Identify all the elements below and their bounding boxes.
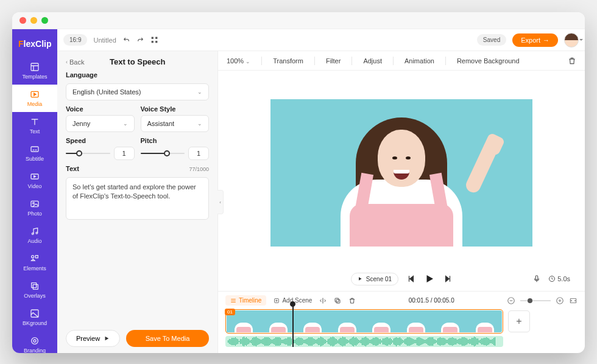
clip-thumb[interactable] [364, 310, 399, 332]
svg-point-7 [36, 232, 38, 234]
video-track[interactable]: 01 [225, 309, 503, 334]
sidebar-item-background[interactable]: BKground [12, 304, 57, 331]
close-window-button[interactable] [19, 17, 26, 24]
sidebar-item-audio[interactable]: Audio [12, 222, 57, 249]
chevron-down-icon: ⌄ [123, 121, 128, 127]
voice-style-select[interactable]: Assistant ⌄ [141, 115, 210, 132]
sidebar-item-video[interactable]: Video [12, 167, 57, 194]
voice-select[interactable]: Jenny ⌄ [66, 115, 135, 132]
next-icon[interactable] [443, 275, 452, 283]
sidebar-item-subtitle[interactable]: Subtitle [12, 139, 57, 167]
language-select[interactable]: English (United States) ⌄ [66, 83, 209, 100]
voice-style-label: Voice Style [141, 105, 210, 113]
scene-label: Scene 01 [366, 276, 392, 282]
delete-icon[interactable] [568, 57, 576, 65]
add-scene-label: Add Scene [282, 297, 312, 304]
speed-slider[interactable] [66, 153, 110, 154]
play-button-icon[interactable] [424, 273, 435, 284]
adjust-button[interactable]: Adjust [363, 57, 382, 65]
clip-thumb[interactable] [468, 310, 503, 332]
project-title[interactable]: Untitled [93, 37, 116, 44]
aspect-ratio-selector[interactable]: 16:9 [63, 34, 87, 46]
chevron-down-icon: ⌄ [246, 58, 250, 65]
voice-value: Jenny [72, 120, 90, 127]
sidebar-item-label: Templates [22, 74, 47, 80]
sidebar-item-overlays[interactable]: Overlays [12, 276, 57, 304]
timeline-tab[interactable]: Timeline [225, 295, 266, 306]
svg-point-6 [32, 233, 34, 235]
svg-rect-2 [31, 147, 38, 152]
scene-selector[interactable]: Scene 01 [351, 273, 398, 285]
branding-icon [30, 336, 40, 346]
sidebar: FlexClip Templates Media Text Subtitle V… [12, 29, 57, 353]
fit-icon[interactable] [569, 296, 578, 305]
zoom-dropdown[interactable]: 100% ⌄ [227, 57, 250, 65]
sidebar-item-label: Subtitle [26, 156, 44, 162]
collapse-panel-button[interactable]: ‹ [217, 190, 224, 214]
sidebar-item-label: Elements [23, 265, 46, 271]
animation-button[interactable]: Animation [404, 57, 434, 65]
sidebar-item-label: BKground [23, 320, 47, 326]
export-button[interactable]: Export→ [512, 33, 558, 47]
playhead[interactable] [292, 304, 294, 347]
maximize-window-button[interactable] [41, 17, 48, 24]
add-clip-button[interactable]: + [508, 310, 530, 332]
sidebar-item-label: Video [28, 183, 42, 189]
voiceover-icon[interactable] [532, 275, 541, 283]
sidebar-item-photo[interactable]: Photo [12, 194, 57, 222]
filter-button[interactable]: Filter [326, 57, 341, 65]
pitch-value[interactable]: 1 [188, 147, 209, 160]
remove-background-button[interactable]: Remove Background [457, 57, 520, 65]
sidebar-item-text[interactable]: Text [12, 112, 57, 139]
plus-icon [274, 298, 280, 304]
svg-point-8 [32, 256, 34, 258]
export-label: Export [521, 37, 540, 44]
sidebar-item-label: Overlays [24, 293, 46, 299]
media-icon [30, 89, 40, 99]
svg-point-5 [33, 202, 35, 204]
playback-controls: Scene 01 5.0s [218, 269, 585, 291]
clip-thumb[interactable] [433, 310, 468, 332]
delete-clip-icon[interactable] [348, 297, 356, 304]
panel-title: Text to Speech [84, 57, 191, 66]
clip-thumb[interactable] [399, 310, 434, 332]
clip-thumb[interactable] [295, 310, 330, 332]
canvas-toolbar: 100% ⌄ Transform Filter Adjust Animation… [218, 51, 585, 71]
pitch-slider[interactable] [141, 153, 185, 154]
minimize-window-button[interactable] [30, 17, 37, 24]
zoom-out-icon[interactable] [507, 296, 515, 305]
prev-icon[interactable] [407, 275, 415, 283]
svg-rect-16 [155, 37, 157, 39]
audio-track[interactable] [225, 336, 503, 347]
preview-button[interactable]: Preview [66, 330, 120, 347]
zoom-in-icon[interactable] [556, 296, 564, 305]
canvas-viewport[interactable] [218, 71, 585, 269]
text-label: Text [66, 165, 79, 172]
undo-icon[interactable] [122, 36, 130, 44]
sidebar-item-templates[interactable]: Templates [12, 57, 57, 85]
sidebar-item-branding[interactable]: Branding [12, 331, 57, 353]
user-avatar-menu[interactable] [564, 33, 579, 47]
back-button[interactable]: ‹Back [66, 58, 84, 66]
split-icon[interactable] [319, 297, 327, 304]
tts-text-input[interactable]: So let's get started and explore the pow… [66, 177, 209, 220]
svg-rect-17 [151, 41, 153, 43]
tts-panel: ‹Back Text to Speech Language English (U… [57, 51, 218, 353]
redo-icon[interactable] [136, 36, 144, 44]
timeline-time: 00:01.5 / 00:05.0 [409, 297, 454, 304]
sidebar-item-label: Audio [27, 238, 41, 244]
overlays-icon [30, 281, 40, 291]
timeline-label: Timeline [239, 297, 261, 304]
timeline-icon [230, 298, 236, 304]
sidebar-item-media[interactable]: Media [12, 85, 57, 112]
clip-thumb[interactable] [261, 310, 296, 332]
speed-value[interactable]: 1 [114, 147, 135, 160]
transform-button[interactable]: Transform [273, 57, 303, 65]
clip-thumb[interactable] [330, 310, 365, 332]
save-to-media-button[interactable]: Save To Media [126, 330, 209, 347]
fullscreen-icon[interactable] [150, 36, 158, 44]
clock-icon [548, 275, 556, 282]
svg-rect-19 [535, 276, 538, 280]
duplicate-icon[interactable] [334, 297, 341, 304]
sidebar-item-elements[interactable]: Elements [12, 249, 57, 276]
